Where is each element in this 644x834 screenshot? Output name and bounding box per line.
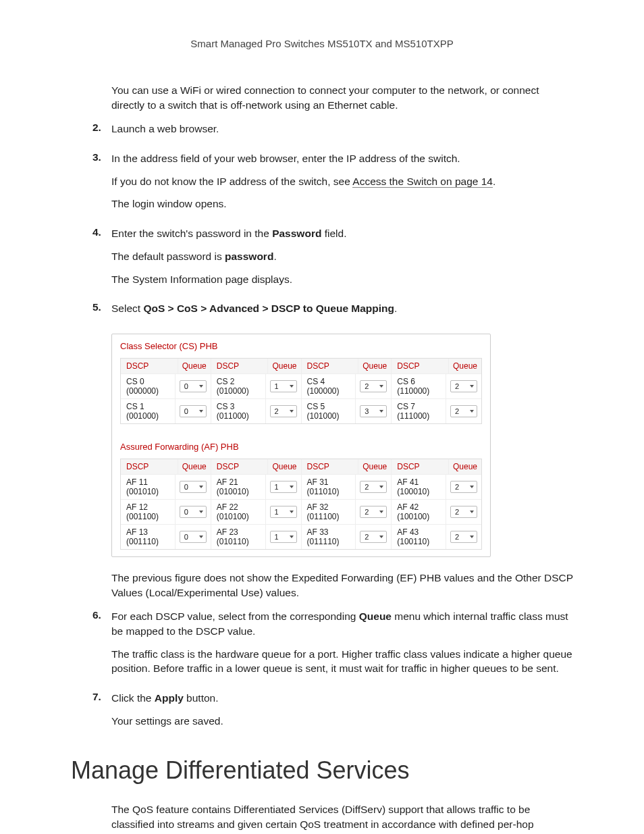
text: Click the — [111, 692, 155, 704]
chevron-down-icon — [379, 486, 383, 488]
queue-select[interactable]: 3 — [360, 405, 387, 417]
dscp-label: AF 42 (100100) — [392, 500, 446, 524]
select-value: 2 — [365, 533, 369, 541]
step-number: 2. — [92, 122, 111, 145]
text: Enter the switch's password in the — [111, 228, 272, 239]
chevron-down-icon — [379, 385, 383, 388]
intro-text: You can use a WiFi or wired connection t… — [111, 83, 573, 112]
dscp-label: AF 43 (100110) — [392, 525, 446, 549]
chevron-down-icon — [199, 536, 203, 538]
queue-select[interactable]: 1 — [270, 531, 297, 543]
select-value: 1 — [275, 533, 279, 541]
dscp-label: AF 11 (001010) — [121, 475, 176, 499]
queue-select[interactable]: 2 — [450, 531, 477, 543]
step-number: 4. — [92, 226, 111, 294]
select-value: 0 — [184, 382, 188, 390]
link-access-switch[interactable]: Access the Switch on page 14 — [352, 176, 493, 188]
queue-select[interactable]: 0 — [180, 531, 207, 543]
chevron-down-icon — [470, 486, 474, 488]
table-row: AF 13 (001110) 0 AF 23 (010110) 1 AF 33 … — [121, 524, 481, 549]
dscp-label: CS 4 (100000) — [302, 374, 356, 398]
dscp-label: CS 3 (011000) — [211, 399, 266, 423]
page-header: Smart Managed Pro Switches MS510TX and M… — [71, 38, 573, 49]
chevron-down-icon — [199, 385, 203, 388]
dscp-label: AF 13 (001110) — [121, 525, 176, 549]
table-row: AF 12 (001100) 0 AF 22 (010100) 1 AF 32 … — [121, 499, 481, 524]
table-row: CS 1 (001000) 0 CS 3 (011000) 2 CS 5 (10… — [121, 398, 481, 423]
chevron-down-icon — [470, 385, 474, 388]
queue-select[interactable]: 0 — [180, 506, 207, 518]
queue-select[interactable]: 2 — [270, 405, 297, 417]
step-note: If you do not know the IP address of the… — [111, 174, 573, 189]
select-value: 3 — [365, 407, 369, 415]
queue-select[interactable]: 2 — [450, 506, 477, 518]
step-text: Enter the switch's password in the Passw… — [111, 226, 573, 241]
queue-select[interactable]: 1 — [270, 481, 297, 493]
queue-select[interactable]: 0 — [180, 380, 207, 392]
text: button. — [184, 692, 219, 704]
col-dscp: DSCP — [392, 359, 449, 373]
queue-select[interactable]: 1 — [270, 380, 297, 392]
col-dscp: DSCP — [302, 359, 359, 373]
chevron-down-icon — [290, 486, 294, 488]
select-value: 2 — [455, 533, 459, 541]
text: . — [273, 251, 276, 262]
queue-select[interactable]: 0 — [180, 405, 207, 417]
chevron-down-icon — [199, 486, 203, 488]
chevron-down-icon — [199, 410, 203, 413]
chevron-down-icon — [379, 536, 383, 538]
col-queue: Queue — [268, 459, 301, 474]
figure-caption: The previous figure does not show the Ex… — [111, 571, 573, 600]
col-queue: Queue — [449, 459, 481, 474]
dscp-label: CS 2 (010000) — [211, 374, 266, 398]
dscp-label: CS 6 (110000) — [392, 374, 446, 398]
select-value: 0 — [184, 533, 188, 541]
step-text: Click the Apply button. — [111, 691, 573, 706]
dscp-label: AF 21 (010010) — [211, 475, 266, 499]
text-bold: Queue — [359, 610, 392, 622]
dscp-label: AF 23 (010110) — [211, 525, 266, 549]
queue-select[interactable]: 2 — [450, 405, 477, 417]
chevron-down-icon — [290, 511, 294, 513]
text: . — [394, 303, 397, 314]
step-text: In the address field of your web browser… — [111, 151, 573, 166]
chevron-down-icon — [379, 511, 383, 513]
select-value: 0 — [184, 483, 188, 491]
col-queue: Queue — [268, 359, 301, 373]
text-bold: Apply — [155, 692, 184, 704]
select-value: 1 — [275, 483, 279, 491]
select-value: 2 — [275, 407, 279, 415]
queue-select[interactable]: 2 — [360, 380, 387, 392]
queue-select[interactable]: 2 — [450, 481, 477, 493]
text-bold: Password — [272, 228, 321, 239]
dscp-label: CS 7 (111000) — [392, 399, 446, 423]
col-dscp: DSCP — [211, 359, 269, 373]
table-row: CS 0 (000000) 0 CS 2 (010000) 1 CS 4 (10… — [121, 373, 481, 398]
col-queue: Queue — [178, 459, 211, 474]
col-dscp: DSCP — [302, 459, 359, 474]
queue-select[interactable]: 2 — [360, 481, 387, 493]
dscp-label: AF 12 (001100) — [121, 500, 176, 524]
chevron-down-icon — [379, 410, 383, 413]
select-value: 0 — [184, 407, 188, 415]
queue-select[interactable]: 2 — [360, 531, 387, 543]
step-text: Select QoS > CoS > Advanced > DSCP to Qu… — [111, 301, 573, 316]
step-text: For each DSCP value, select from the cor… — [111, 609, 573, 638]
queue-select[interactable]: 2 — [360, 506, 387, 518]
queue-select[interactable]: 2 — [450, 380, 477, 392]
step-note: Your settings are saved. — [111, 714, 573, 729]
dscp-label: AF 32 (011100) — [302, 500, 356, 524]
step-note: The traffic class is the hardware queue … — [111, 647, 573, 676]
queue-select[interactable]: 0 — [180, 481, 207, 493]
text: . — [493, 176, 495, 187]
queue-select[interactable]: 1 — [270, 506, 297, 518]
select-value: 2 — [455, 483, 459, 491]
col-queue: Queue — [178, 359, 211, 373]
select-value: 1 — [275, 382, 279, 390]
chevron-down-icon — [470, 410, 474, 413]
chevron-down-icon — [199, 511, 203, 513]
cs-table: DSCP Queue DSCP Queue DSCP Queue DSCP Qu… — [120, 358, 482, 424]
step-number: 6. — [92, 609, 111, 684]
col-queue: Queue — [449, 359, 481, 373]
dscp-label: CS 5 (101000) — [302, 399, 356, 423]
